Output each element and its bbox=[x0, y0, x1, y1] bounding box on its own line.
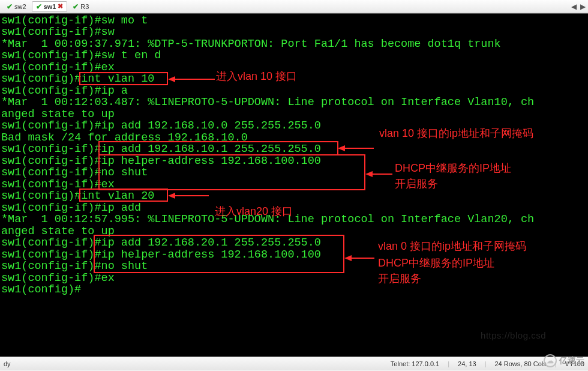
terminal-line: sw1(config-if)#sw bbox=[1, 26, 115, 38]
terminal-line: sw1(config-if)#ip add 192.168.10.0 255.2… bbox=[1, 120, 321, 132]
annotation-text: vlan 10 接口的ip地址和子网掩码 bbox=[379, 128, 533, 140]
annotation-text: 进入vlan 10 接口 bbox=[216, 71, 297, 83]
svg-marker-5 bbox=[365, 171, 373, 177]
svg-marker-7 bbox=[168, 193, 175, 199]
terminal-line: anged state to up bbox=[1, 109, 115, 121]
arrow-icon bbox=[168, 74, 216, 85]
svg-marker-3 bbox=[338, 145, 345, 151]
arrow-icon bbox=[365, 169, 394, 179]
svg-marker-9 bbox=[344, 255, 352, 261]
tab-r3[interactable]: ✔ R3 bbox=[68, 1, 93, 12]
annotation-text: DHCP中继服务的IP地址 bbox=[395, 163, 511, 175]
tab-bar: ✔ sw2 ✔ sw1 ✖ ✔ R3 ◀ ▶ bbox=[0, 0, 588, 13]
annotation-box bbox=[79, 72, 168, 85]
annotation-box bbox=[79, 189, 168, 202]
watermark-text: 亿速云 bbox=[559, 355, 584, 366]
tab-label: sw2 bbox=[14, 3, 26, 10]
close-icon[interactable]: ✖ bbox=[58, 2, 63, 10]
annotation-box bbox=[98, 141, 338, 155]
tab-sw2[interactable]: ✔ sw2 bbox=[2, 1, 31, 12]
annotation-text: 进入vlan20 接口 bbox=[215, 206, 293, 218]
check-icon: ✔ bbox=[7, 2, 13, 11]
terminal-line: sw1(config-if)#sw mo t bbox=[1, 15, 148, 27]
terminal-line: sw1(config-if)#ip add bbox=[1, 202, 141, 214]
terminal-line: sw1(config-if)#sw t en d bbox=[1, 50, 161, 62]
tab-label: sw1 bbox=[44, 3, 56, 10]
terminal-line: sw1(config-if)#ex bbox=[1, 273, 115, 285]
terminal-line: *Mar 1 00:12:03.487: %LINEPROTO-5-UPDOWN… bbox=[1, 97, 534, 109]
chevron-left-icon[interactable]: ◀ bbox=[571, 2, 577, 11]
terminal-line: sw1(config)# bbox=[1, 284, 81, 296]
annotation-text: 开启服务 bbox=[378, 273, 421, 285]
arrow-icon bbox=[338, 143, 375, 154]
cloud-icon: ☁ bbox=[544, 354, 557, 367]
tab-sw1[interactable]: ✔ sw1 ✖ bbox=[32, 1, 68, 12]
check-icon: ✔ bbox=[36, 2, 42, 11]
chevron-right-icon[interactable]: ▶ bbox=[580, 2, 586, 11]
tab-label: R3 bbox=[80, 3, 89, 10]
tab-nav: ◀ ▶ bbox=[571, 2, 586, 11]
check-icon: ✔ bbox=[73, 2, 79, 11]
annotation-box bbox=[98, 154, 365, 190]
annotation-box bbox=[94, 235, 344, 273]
svg-marker-1 bbox=[168, 76, 175, 82]
status-connection: Telnet: 127.0.0.1 bbox=[391, 360, 439, 367]
status-left: dy bbox=[4, 360, 11, 367]
terminal-line: *Mar 1 00:09:37.971: %DTP-5-TRUNKPORTON:… bbox=[1, 38, 501, 50]
status-bar: dy Telnet: 127.0.0.1 | 24, 13 | 24 Rows,… bbox=[0, 357, 588, 370]
annotation-text: vlan 0 接口的ip地址和子网掩码 bbox=[378, 241, 526, 253]
terminal[interactable]: sw1(config-if)#sw mo t sw1(config-if)#sw… bbox=[0, 13, 588, 357]
terminal-line: sw1(config-if)#ip a bbox=[1, 85, 128, 97]
annotation-text: 开启服务 bbox=[395, 178, 438, 190]
status-size: 24 Rows, 80 Cols bbox=[495, 360, 547, 367]
arrow-icon bbox=[344, 253, 376, 264]
watermark: ☁ 亿速云 bbox=[544, 354, 584, 367]
annotation-text: DHCP中继服务的IP地址 bbox=[378, 258, 494, 270]
arrow-icon bbox=[168, 190, 210, 201]
status-cursor: 24, 13 bbox=[458, 360, 476, 367]
watermark-url: https://blog.csd bbox=[481, 330, 546, 342]
